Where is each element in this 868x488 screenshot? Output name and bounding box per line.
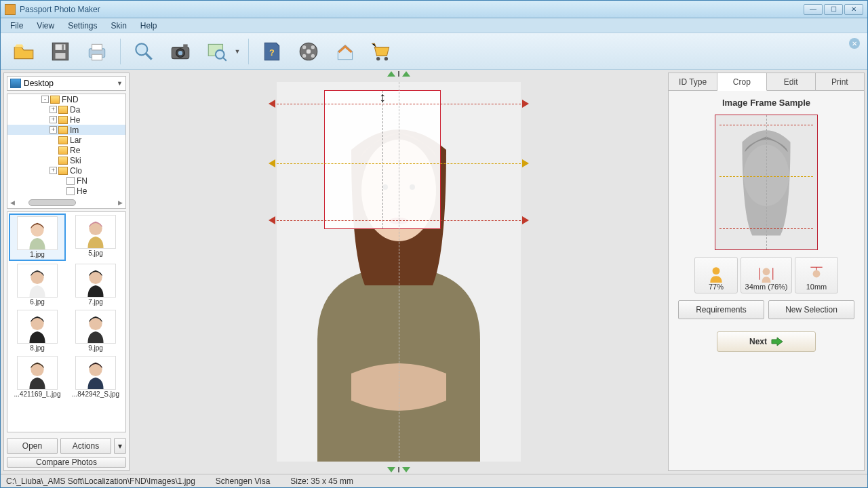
tree-item[interactable]: +Clo xyxy=(7,165,125,176)
thumbnail-list[interactable]: 1.jpg5.jpg6.jpg7.jpg8.jpg9.jpg...421169_… xyxy=(7,211,126,432)
metric-head-height: 34mm (76%) xyxy=(741,257,792,293)
left-marker-mid[interactable] xyxy=(269,159,275,167)
thumbnail-label: 7.jpg xyxy=(88,298,103,306)
tree-horizontal-scrollbar[interactable]: ◀ ▶ xyxy=(10,199,123,207)
right-marker-mid[interactable] xyxy=(522,159,529,167)
left-marker-bottom[interactable] xyxy=(269,216,275,224)
tree-item[interactable]: Re xyxy=(7,145,125,155)
thumbnail-item[interactable]: ...842942_S.jpg xyxy=(67,354,124,399)
maximize-button[interactable]: ☐ xyxy=(824,4,843,15)
menu-help[interactable]: Help xyxy=(135,20,163,32)
thumbnail-item[interactable]: 7.jpg xyxy=(67,262,124,307)
thumbnail-item[interactable]: 1.jpg xyxy=(9,214,66,261)
new-selection-button[interactable]: New Selection xyxy=(768,300,854,319)
tree-item[interactable]: +He xyxy=(7,115,125,125)
person-icon xyxy=(707,265,725,283)
close-right-panel-icon[interactable]: ✕ xyxy=(849,38,860,49)
tab-edit[interactable]: Edit xyxy=(767,73,816,90)
toolbar-cart-icon[interactable] xyxy=(366,37,398,66)
thumbnail-item[interactable]: ...421169_L.jpg xyxy=(9,354,66,399)
thumbnail-label: 8.jpg xyxy=(30,344,45,352)
main-body: Desktop ▼ -FND+Da+He+ImLarReSki+CloFNHe … xyxy=(1,70,867,474)
thumbnail-item[interactable]: 6.jpg xyxy=(9,262,66,307)
window-title: Passport Photo Maker xyxy=(20,5,804,14)
tree-label: He xyxy=(77,186,87,196)
tree-expander[interactable]: + xyxy=(50,126,57,134)
toolbar-video-icon[interactable] xyxy=(292,37,325,66)
crop-rectangle[interactable]: ↕ xyxy=(324,90,441,229)
right-marker-bottom[interactable] xyxy=(522,216,529,224)
location-combo[interactable]: Desktop ▼ xyxy=(7,76,126,91)
open-button[interactable]: Open xyxy=(7,438,58,454)
thumbnail-label: 6.jpg xyxy=(30,298,45,306)
tab-print[interactable]: Print xyxy=(816,73,864,90)
tree-item[interactable]: Ski xyxy=(7,155,125,165)
next-button[interactable]: Next xyxy=(717,331,816,352)
thumbnail-item[interactable]: 8.jpg xyxy=(9,308,66,353)
thumbnail-image xyxy=(17,216,58,250)
svg-rect-5 xyxy=(92,44,102,50)
tree-label: He xyxy=(70,115,80,125)
head-height-icon xyxy=(757,265,775,283)
sample-title: Image Frame Sample xyxy=(722,98,810,108)
menu-file[interactable]: File xyxy=(5,20,28,32)
actions-button[interactable]: Actions xyxy=(60,438,111,454)
toolbar-search-icon[interactable] xyxy=(127,37,160,66)
thumbnail-item[interactable]: 5.jpg xyxy=(67,214,124,261)
location-label: Desktop xyxy=(24,79,54,88)
toolbar-camera-icon[interactable] xyxy=(164,37,197,66)
tree-item[interactable]: -FND xyxy=(7,94,125,104)
tree-item[interactable]: +Da xyxy=(7,104,125,115)
right-panel: ID Type Crop Edit Print Image Frame Samp… xyxy=(668,73,865,471)
tree-expander[interactable]: + xyxy=(50,106,57,113)
thumbnail-label: 5.jpg xyxy=(88,249,103,257)
top-handle[interactable] xyxy=(387,71,410,77)
toolbar-zoom-dropdown[interactable]: ▼ xyxy=(233,48,241,55)
tree-expander[interactable]: + xyxy=(50,167,57,174)
menu-view[interactable]: View xyxy=(31,20,60,32)
tree-expander[interactable]: - xyxy=(41,96,49,103)
menu-skin[interactable]: Skin xyxy=(106,20,132,32)
thumbnail-image xyxy=(75,310,116,344)
toolbar: ▼ ? xyxy=(1,33,867,70)
toolbar-help-icon[interactable]: ? xyxy=(256,37,288,66)
tree-label: FN xyxy=(77,176,87,186)
thumbnail-item[interactable]: 9.jpg xyxy=(67,308,124,353)
svg-point-20 xyxy=(311,45,315,48)
tab-crop[interactable]: Crop xyxy=(717,73,766,91)
requirements-button[interactable]: Requirements xyxy=(678,300,764,319)
titlebar: Passport Photo Maker — ☐ ✕ xyxy=(1,1,867,18)
menu-settings[interactable]: Settings xyxy=(62,20,102,32)
tree-item[interactable]: He xyxy=(7,186,125,196)
tree-label: Ski xyxy=(70,156,81,165)
svg-rect-6 xyxy=(92,54,102,60)
chevron-down-icon: ▼ xyxy=(117,80,123,87)
toolbar-print-icon[interactable] xyxy=(81,37,113,66)
tree-item[interactable]: +Im xyxy=(7,125,125,135)
tree-item[interactable]: FN xyxy=(7,176,125,186)
svg-point-11 xyxy=(178,50,182,54)
toolbar-zoom-icon[interactable] xyxy=(201,37,233,66)
left-marker-top[interactable] xyxy=(269,100,275,108)
toolbar-save-icon[interactable] xyxy=(44,37,77,66)
tree-label: Im xyxy=(70,125,79,135)
photo-canvas[interactable]: ↕ xyxy=(277,82,521,462)
right-marker-top[interactable] xyxy=(522,100,529,108)
toolbar-home-icon[interactable] xyxy=(329,37,361,66)
folder-tree[interactable]: -FND+Da+He+ImLarReSki+CloFNHe ◀ ▶ xyxy=(7,94,126,209)
folder-icon xyxy=(58,116,68,124)
tab-id-type[interactable]: ID Type xyxy=(669,73,717,90)
tree-item[interactable]: Lar xyxy=(7,135,125,145)
thumbnail-label: 1.jpg xyxy=(30,251,45,258)
svg-rect-12 xyxy=(183,44,187,47)
toolbar-open-icon[interactable] xyxy=(7,37,40,66)
actions-dropdown[interactable]: ▾ xyxy=(114,438,126,454)
svg-point-7 xyxy=(136,43,147,55)
tree-label: Lar xyxy=(70,136,81,145)
bottom-handle[interactable] xyxy=(387,467,410,472)
close-button[interactable]: ✕ xyxy=(844,4,863,15)
minimize-button[interactable]: — xyxy=(804,4,823,15)
svg-line-15 xyxy=(223,57,226,60)
compare-photos-button[interactable]: Compare Photos xyxy=(7,457,126,468)
tree-expander[interactable]: + xyxy=(50,116,57,123)
